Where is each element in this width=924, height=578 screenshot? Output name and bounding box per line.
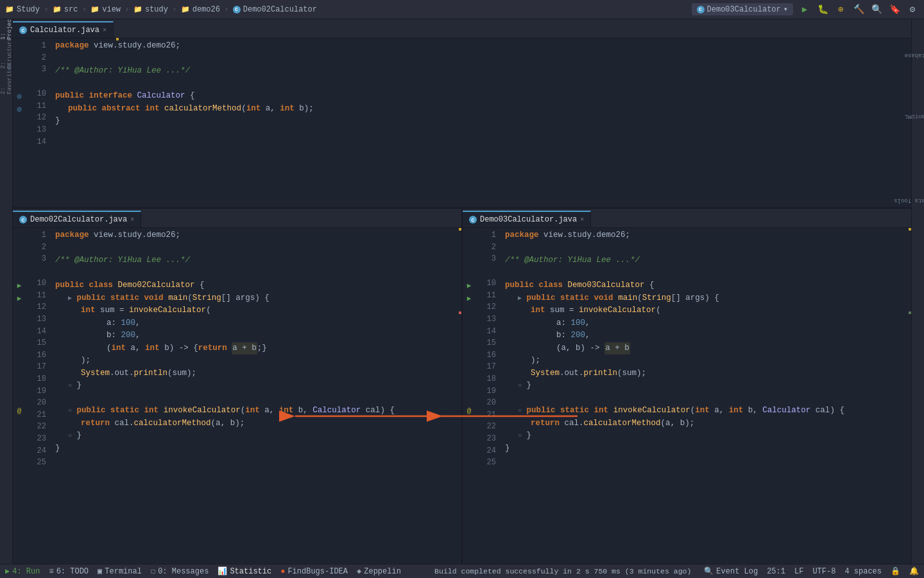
br-24: } (505, 442, 906, 455)
tab-demo03-close[interactable]: × (580, 216, 584, 223)
sep3: › (124, 4, 130, 14)
tab-demo03[interactable]: C Demo03Calculator.java × (463, 211, 591, 227)
gl2-16 (13, 342, 26, 355)
bookmarks-button[interactable]: 🔖 (888, 3, 901, 16)
gutter-3 (13, 65, 26, 78)
gl2-2 (13, 242, 26, 255)
terminal-status[interactable]: ▣ Terminal (98, 566, 142, 576)
gl2-1 (13, 229, 26, 242)
gutter-10 (13, 78, 26, 91)
sidebar-item-favorites[interactable]: 2: Favorites (1, 73, 12, 85)
bottom-left-tab-bar: C Demo02Calculator.java × (13, 209, 461, 228)
line-separator[interactable]: LF (794, 567, 803, 576)
breadcrumb-src[interactable]: 📁 src (53, 5, 78, 14)
coverage-button[interactable]: ⊕ (834, 3, 847, 16)
stripe-mark-br2 (909, 311, 911, 314)
bottom-right-gutter: ▶ ▶ @ (463, 228, 475, 564)
build-button[interactable]: 🔨 (852, 3, 865, 16)
statistic-status[interactable]: 📊 Statistic (218, 566, 271, 576)
fold-br-19[interactable]: ○ (518, 381, 522, 391)
bottom-left-code-content: package view.study.demo26; /** @Author: … (51, 228, 456, 564)
vcs-lock-status[interactable]: 🔒 (891, 566, 900, 576)
tab-demo03-label: Demo03Calculator.java (480, 215, 577, 224)
findbugs-icon: ● (280, 567, 285, 576)
search-button[interactable]: 🔍 (870, 3, 883, 16)
gutter-11[interactable]: ◎ (13, 90, 26, 103)
run-config-chevron: ▾ (783, 4, 788, 14)
fold-19[interactable]: ○ (68, 381, 72, 391)
br-20 (505, 392, 906, 405)
top-panel: C Calculator.java × ◎ ◎ (13, 19, 911, 209)
bl-11: public class Demo02Calculator { (55, 279, 456, 292)
fold-23[interactable]: ○ (68, 431, 72, 441)
tab-calculator-close[interactable]: × (103, 27, 107, 34)
findbugs-status[interactable]: ● FindBugs-IDEA (280, 567, 348, 576)
fold-br-12[interactable]: ▶ (518, 293, 522, 304)
gl2-12[interactable]: ▶ (13, 292, 26, 305)
fold-br-21[interactable]: ○ (518, 406, 522, 416)
grg-11[interactable]: ▶ (463, 279, 475, 292)
main-layout: 1: Project 2: Structure 2: Favorites C C… (0, 19, 924, 564)
settings-button[interactable]: ⚙ (906, 3, 919, 16)
bl-23: ○ } (55, 430, 456, 442)
event-log-label: Event Log (716, 567, 758, 576)
bottom-left-editor[interactable]: ▶ ▶ @ (13, 228, 461, 564)
br-1: package view.study.demo26; (505, 229, 906, 242)
fold-21[interactable]: ○ (68, 406, 72, 416)
run-status[interactable]: ▶ 4: Run (5, 566, 40, 576)
run-button[interactable]: ▶ (798, 3, 811, 16)
bl-22: return cal.calculatorMethod(a, b); (55, 417, 456, 430)
breadcrumb-demo26[interactable]: 📁 demo26 (181, 5, 220, 14)
todo-status[interactable]: ≡ 6: TODO (49, 567, 89, 576)
tab-calculator-icon: C (19, 26, 27, 34)
bl-15: b: 200, (55, 329, 456, 342)
status-bar: ▶ 4: Run ≡ 6: TODO ▣ Terminal ☐ 0: Messa… (0, 564, 924, 578)
tab-calculator[interactable]: C Calculator.java × (13, 21, 114, 38)
run-config[interactable]: C Demo03Calculator ▾ (692, 3, 793, 15)
gl2-25 (13, 455, 26, 468)
sidebar-item-database[interactable]: Database (904, 52, 924, 58)
study-icon: 📁 (133, 5, 142, 13)
sidebar-item-plantuml[interactable]: PlantUML (904, 113, 924, 119)
sidebar-item-bigdata[interactable]: Big Data Tools (894, 197, 924, 204)
sidebar-item-project[interactable]: 1: Project (1, 22, 12, 33)
breadcrumb-view[interactable]: 📁 view (90, 5, 121, 14)
grg-22 (463, 417, 475, 430)
todo-icon: ≡ (49, 567, 53, 576)
bl-17: ); (55, 355, 456, 367)
fold-br-23[interactable]: ○ (518, 431, 522, 441)
top-editor[interactable]: ◎ ◎ 1 2 3 10 11 12 13 14 pack (13, 39, 911, 207)
grg-16 (463, 342, 475, 355)
grg-14 (463, 317, 475, 330)
breadcrumb-study[interactable]: 📁 study (133, 5, 168, 14)
gl2-11[interactable]: ▶ (13, 279, 26, 292)
current-file-icon: C (233, 6, 241, 13)
tab-demo02[interactable]: C Demo02Calculator.java × (13, 211, 141, 227)
grg-17 (463, 355, 475, 367)
fold-12[interactable]: ▶ (68, 293, 72, 304)
sep4: › (172, 4, 177, 14)
debug-button[interactable]: 🐛 (816, 3, 829, 16)
encoding-status[interactable]: UTF-8 (812, 567, 835, 576)
code-line-11: public interface Calculator { (55, 90, 911, 103)
grg-12[interactable]: ▶ (463, 292, 475, 305)
tab-calculator-label: Calculator.java (30, 26, 99, 35)
bottom-right-editor[interactable]: ▶ ▶ @ (463, 228, 911, 564)
gutter-12[interactable]: ◎ (13, 103, 26, 116)
bl-18: System.out.println(sum); (55, 367, 456, 380)
event-log-status[interactable]: 🔍 Event Log (704, 566, 758, 576)
todo-label: 6: TODO (56, 567, 89, 576)
breadcrumb-project[interactable]: 📁 Study (5, 5, 40, 14)
sidebar-item-structure[interactable]: 2: Structure (1, 48, 12, 59)
statistic-icon: 📊 (218, 566, 227, 576)
indent-status[interactable]: 4 spaces (844, 567, 882, 576)
code-line-2 (55, 53, 911, 66)
tab-demo02-close[interactable]: × (130, 216, 134, 223)
code-line-13: } (55, 115, 911, 128)
zeppelin-status[interactable]: ◈ Zeppelin (357, 566, 401, 576)
bottom-left-panel: C Demo02Calculator.java × ▶ ▶ (13, 209, 463, 564)
sep2: › (81, 4, 87, 14)
notifications-status[interactable]: 🔔 (909, 566, 919, 576)
messages-status[interactable]: ☐ 0: Messages (151, 566, 209, 576)
breadcrumb-current[interactable]: C Demo02Calculator (233, 5, 317, 14)
